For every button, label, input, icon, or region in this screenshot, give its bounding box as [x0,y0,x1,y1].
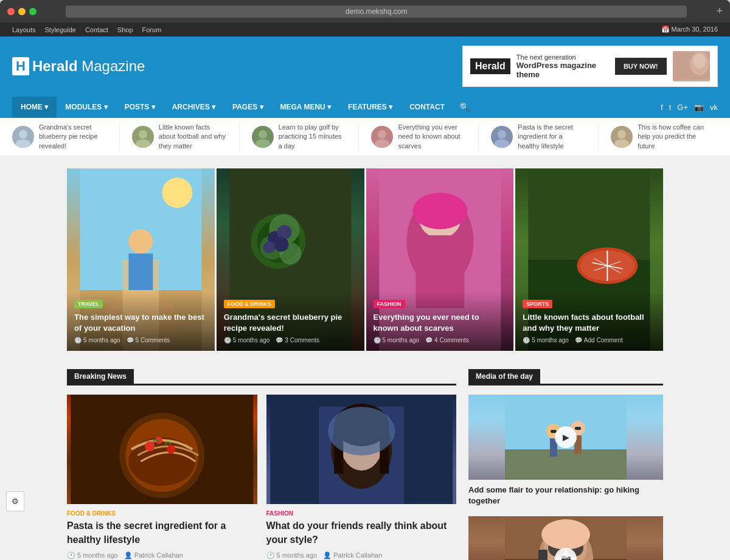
nav-posts[interactable]: POSTS ▾ [116,97,164,117]
ticker-item-2[interactable]: Little known facts about football and wh… [120,123,240,151]
banner-logo: Herald [470,58,510,74]
ticker-avatar-3 [252,126,274,148]
svg-point-4 [19,130,27,139]
featured-item-travel[interactable]: TRAVEL The simplest way to make the best… [67,168,215,351]
vk-icon[interactable]: vk [710,103,718,112]
featured-overlay-fashion: FASHION Everything you ever need to know… [366,291,514,351]
article-card-fashion[interactable]: FASHION What do your friends really thin… [266,395,457,559]
article-meta-pasta: 🕐 5 months ago 👤 Patrick Callahan [67,551,257,559]
address-bar[interactable]: demo.mekshq.com [66,5,687,18]
featured-meta-sports: 🕐 5 months ago 💬 Add Comment [523,337,656,344]
category-badge-sports: SPORTS [523,300,552,308]
svg-point-42 [412,193,467,229]
nav-home[interactable]: HOME ▾ [12,97,57,117]
category-badge-fashion: FASHION [374,300,405,308]
ticker-text-4: Everything you ever need to known about … [398,123,466,151]
browser-window: demo.mekshq.com + Layouts Styleguide Con… [0,0,730,560]
nav-modules[interactable]: MODULES ▾ [57,97,116,117]
banner-text: The next generation WordPress magazine t… [516,54,609,79]
ticker-avatar-2 [132,126,154,148]
svg-point-35 [277,225,291,240]
site-header: H Herald Magazine Herald The next genera… [0,36,730,96]
breaking-news-section: Breaking News [67,369,456,560]
banner-image [673,51,710,81]
featured-meta-fashion: 🕐 5 months ago 💬 4 Comments [374,337,507,344]
svg-point-10 [259,130,267,139]
featured-overlay-travel: TRAVEL The simplest way to make the best… [67,291,215,351]
svg-point-55 [145,441,155,451]
main-content: TRAVEL The simplest way to make the best… [61,168,669,560]
featured-meta-food: 🕐 5 months ago 💬 3 Comments [224,337,357,344]
svg-point-26 [128,229,153,254]
top-nav-shop[interactable]: Shop [117,26,133,33]
logo-icon: H [12,57,29,75]
svg-rect-27 [128,254,153,290]
ticker-item-5[interactable]: Pasta is the secret ingredient for a hea… [479,123,599,151]
nav-archives[interactable]: ARCHIVES ▾ [164,97,224,117]
ticker-text-3: Learn to play golf by practicing 15 minu… [279,123,347,151]
featured-item-food[interactable]: FOOD & DRINKS Grandma's secret blueberry… [217,168,364,351]
svg-point-65 [328,407,395,455]
play-button-icon[interactable]: ▶ [555,426,577,448]
svg-point-37 [263,241,275,254]
facebook-icon[interactable]: f [661,103,663,112]
media-item-hiking[interactable]: ▶ Add some flair to your relationship: g… [468,395,663,506]
top-nav-styleguide[interactable]: Styleguide [45,26,76,33]
featured-item-fashion[interactable]: FASHION Everything you ever need to know… [366,168,514,351]
ticker-item-3[interactable]: Learn to play golf by practicing 15 minu… [240,123,360,151]
top-nav-layouts[interactable]: Layouts [12,26,36,33]
svg-point-23 [162,178,192,208]
media-item-glasses[interactable]: 📷 [468,516,663,560]
svg-point-13 [378,130,386,139]
article-image-pasta [67,395,257,504]
banner-buy-button[interactable]: BUY NOW! [615,58,667,75]
close-dot[interactable] [7,8,15,15]
ticker-item-4[interactable]: Everything you ever need to known about … [359,123,479,151]
featured-overlay-food: FOOD & DRINKS Grandma's secret blueberry… [217,291,364,351]
svg-point-56 [167,445,175,454]
svg-point-81 [541,519,590,550]
twitter-icon[interactable]: t [669,103,672,112]
article-meta-fashion: 🕐 5 months ago 👤 Patrick Callahan [266,551,457,559]
ticker-text-5: Pasta is the secret ingredient for a hea… [518,123,586,151]
googleplus-icon[interactable]: G+ [677,103,688,112]
nav-contact[interactable]: CONTACT [401,97,453,117]
new-tab-button[interactable]: + [716,5,723,18]
svg-point-19 [617,130,626,139]
browser-dots [7,8,36,15]
maximize-dot[interactable] [29,8,36,15]
featured-item-sports[interactable]: SPORTS Little known facts about football… [515,168,663,351]
media-of-day-title: Media of the day [468,369,540,384]
breaking-news-title: Breaking News [67,369,134,384]
nav-mega-menu[interactable]: MEGA MENU ▾ [272,97,340,117]
ticker-avatar-1 [12,126,34,148]
ticker-item-6[interactable]: This is how coffee can help you predict … [599,123,718,151]
featured-overlay-sports: SPORTS Little known facts about football… [515,291,663,351]
header-banner[interactable]: Herald The next generation WordPress mag… [462,46,718,87]
nav-links: HOME ▾ MODULES ▾ POSTS ▾ ARCHIVES ▾ PAGE… [12,96,476,118]
ticker-bar: Grandma's secret blueberry pie recipe re… [0,118,730,156]
article-card-pasta[interactable]: FOOD & DRINKS Pasta is the secret ingred… [67,395,257,559]
content-row: Breaking News [67,369,663,560]
minimize-dot[interactable] [18,8,26,15]
ticker-item-1[interactable]: Grandma's secret blueberry pie recipe re… [12,123,120,151]
site-content: Layouts Styleguide Contact Shop Forum 📅 … [0,22,730,560]
media-image-glasses: 📷 [468,516,663,560]
instagram-icon[interactable]: 📷 [694,103,704,112]
top-nav-contact[interactable]: Contact [85,26,108,33]
article-category-fashion: FASHION [266,510,457,517]
site-logo[interactable]: H Herald Magazine [12,57,145,75]
nav-pages[interactable]: PAGES ▾ [224,97,271,117]
media-image-hiking: ▶ [468,395,663,480]
category-badge-travel: TRAVEL [74,300,103,308]
top-nav-forum[interactable]: Forum [142,26,162,33]
svg-rect-67 [505,449,627,480]
settings-gear[interactable]: ⚙ [6,491,24,511]
ticker-text-6: This is how coffee can help you predict … [638,123,706,151]
browser-titlebar: demo.mekshq.com + [0,0,730,22]
nav-features[interactable]: FEATURES ▾ [339,97,401,117]
featured-title-food: Grandma's secret blueberry pie recipe re… [224,312,357,334]
svg-point-7 [139,130,147,139]
svg-point-16 [498,130,506,139]
nav-search-icon[interactable]: 🔍 [453,96,476,118]
